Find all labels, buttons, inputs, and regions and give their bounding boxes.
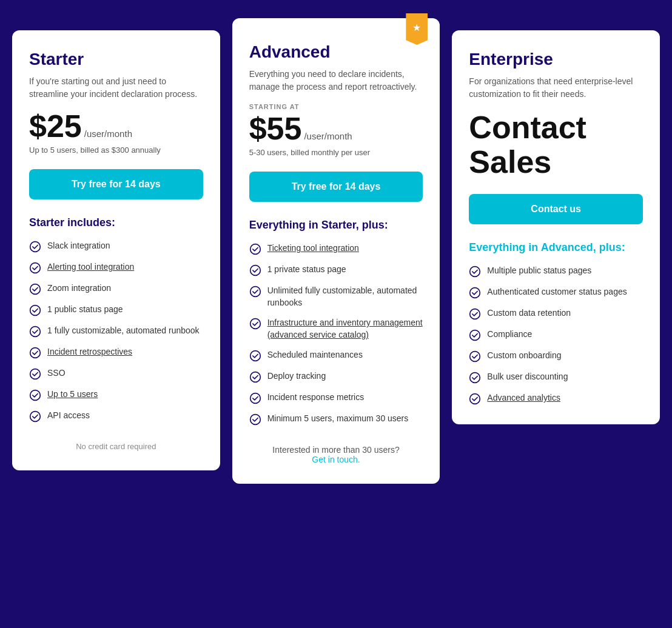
pricing-container: Starter If you're starting out and just … <box>12 18 660 484</box>
starter-feature-list: Slack integration Alerting tool integrat… <box>29 240 203 423</box>
feature-text: Authenticated customer status pages <box>487 286 627 298</box>
feature-text: 1 public status page <box>47 304 123 316</box>
svg-point-0 <box>30 242 41 252</box>
featured-badge: ★ <box>406 13 428 45</box>
starter-price-block: $25 /user/month <box>29 110 203 142</box>
feature-text: Custom data retention <box>487 307 571 319</box>
check-icon <box>249 350 261 362</box>
list-item: Infrastructure and inventory management … <box>249 317 423 341</box>
check-icon <box>29 347 41 359</box>
svg-point-10 <box>250 266 260 276</box>
star-icon: ★ <box>412 22 421 33</box>
interested-block: Interested in more than 30 users? Get in… <box>249 445 423 464</box>
check-icon <box>29 326 41 338</box>
up-to-5-link[interactable]: Up to 5 users <box>47 389 98 399</box>
check-icon <box>29 410 41 423</box>
advanced-section-title: Everything in Starter, plus: <box>249 219 423 232</box>
starter-cta-button[interactable]: Try free for 14 days <box>29 169 203 199</box>
check-icon <box>249 371 261 383</box>
advanced-cta-button[interactable]: Try free for 14 days <box>249 172 423 202</box>
feature-text: Compliance <box>487 329 532 341</box>
svg-point-6 <box>30 369 41 379</box>
svg-point-4 <box>30 327 41 337</box>
starter-price-note: Up to 5 users, billed as $300 annually <box>29 145 203 155</box>
advanced-description: Everything you need to declare incidents… <box>249 68 423 93</box>
check-icon <box>469 393 481 405</box>
interested-text: Interested in more than 30 users? <box>272 445 399 455</box>
svg-point-5 <box>30 348 41 358</box>
enterprise-section-title: Everything in Advanced, plus: <box>469 241 643 254</box>
svg-point-11 <box>250 287 260 297</box>
enterprise-description: For organizations that need enterprise-l… <box>469 75 643 101</box>
list-item: SSO <box>29 367 203 380</box>
enterprise-card: Enterprise For organizations that need e… <box>452 30 660 424</box>
list-item: Ticketing tool integration <box>249 242 423 255</box>
feature-text: Minimum 5 users, maximum 30 users <box>267 413 409 425</box>
svg-point-7 <box>30 390 41 401</box>
feature-text: Incident retrospectives <box>47 346 132 358</box>
incident-retro-link[interactable]: Incident retrospectives <box>47 347 132 356</box>
list-item: 1 public status page <box>29 304 203 316</box>
starter-title: Starter <box>29 50 203 69</box>
check-icon <box>249 318 261 330</box>
list-item: Up to 5 users <box>29 389 203 401</box>
feature-text: Advanced analytics <box>487 392 560 404</box>
list-item: Bulk user discounting <box>469 371 643 384</box>
check-icon <box>249 264 261 276</box>
list-item: Deploy tracking <box>249 370 423 383</box>
advanced-price: $55 <box>249 113 302 144</box>
check-icon <box>469 372 481 384</box>
check-icon <box>29 304 41 316</box>
svg-point-22 <box>470 373 480 383</box>
feature-text: Incident response metrics <box>267 392 365 404</box>
check-icon <box>249 392 261 404</box>
starter-section-title: Starter includes: <box>29 216 203 229</box>
svg-point-17 <box>470 267 480 277</box>
advanced-analytics-link[interactable]: Advanced analytics <box>487 393 560 403</box>
starter-price: $25 <box>29 110 82 142</box>
svg-point-18 <box>470 288 480 298</box>
list-item: Incident response metrics <box>249 392 423 404</box>
feature-text: Unlimited fully customizable, automated … <box>267 285 423 309</box>
starter-price-period: /user/month <box>84 129 132 139</box>
svg-point-14 <box>250 372 260 382</box>
svg-point-16 <box>250 415 260 425</box>
feature-text: SSO <box>47 367 66 379</box>
enterprise-cta-button[interactable]: Contact us <box>469 194 643 224</box>
alerting-tool-link[interactable]: Alerting tool integration <box>47 262 134 272</box>
feature-text: Bulk user discounting <box>487 371 568 383</box>
svg-point-21 <box>470 352 480 362</box>
list-item: Slack integration <box>29 240 203 253</box>
feature-text: 1 private status page <box>267 264 346 276</box>
get-in-touch-link[interactable]: Get in touch. <box>249 455 423 464</box>
check-icon <box>469 308 481 320</box>
list-item: Unlimited fully customizable, automated … <box>249 285 423 309</box>
svg-point-20 <box>470 330 480 341</box>
svg-point-1 <box>30 263 41 273</box>
svg-point-23 <box>470 394 480 404</box>
list-item: Minimum 5 users, maximum 30 users <box>249 413 423 426</box>
feature-text: Deploy tracking <box>267 370 326 382</box>
starting-at-label: STARTING AT <box>249 103 423 110</box>
svg-point-3 <box>30 306 41 316</box>
svg-point-13 <box>250 351 260 361</box>
check-icon <box>249 243 261 255</box>
enterprise-feature-list: Multiple public status pages Authenticat… <box>469 265 643 405</box>
check-icon <box>29 262 41 274</box>
check-icon <box>469 329 481 341</box>
feature-text: API access <box>47 410 90 422</box>
advanced-title: Advanced <box>249 42 423 62</box>
list-item: Scheduled maintenances <box>249 349 423 362</box>
infrastructure-link[interactable]: Infrastructure and inventory management … <box>267 318 423 339</box>
ticketing-link[interactable]: Ticketing tool integration <box>267 243 359 253</box>
svg-point-19 <box>470 309 480 319</box>
feature-text: Multiple public status pages <box>487 265 591 277</box>
enterprise-title: Enterprise <box>469 50 643 69</box>
check-icon <box>469 350 481 362</box>
feature-text: Slack integration <box>47 240 110 252</box>
check-icon <box>249 286 261 298</box>
feature-text: Alerting tool integration <box>47 261 134 273</box>
list-item: Custom data retention <box>469 307 643 320</box>
feature-text: Infrastructure and inventory management … <box>267 317 423 341</box>
svg-point-15 <box>250 393 260 404</box>
